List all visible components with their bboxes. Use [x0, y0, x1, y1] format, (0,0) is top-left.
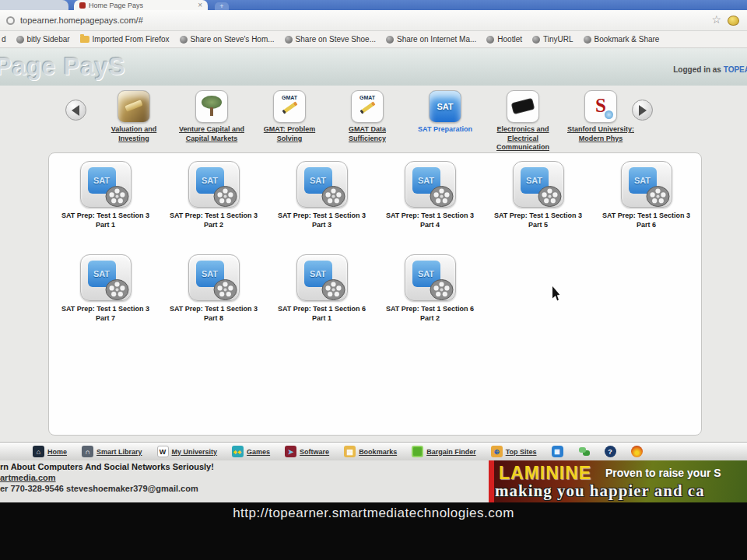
bookmark-item-share-steve-shoe[interactable]: Share on Steve Shoe... — [285, 35, 376, 44]
video-item[interactable]: SAT SAT Prep: Test 1 Section 3 Part 5 — [484, 161, 592, 229]
help-icon[interactable]: ? — [605, 446, 616, 457]
toolbar-item-home[interactable]: ⌂Home — [33, 446, 67, 457]
video-item[interactable]: SAT SAT Prep: Test 1 Section 6 Part 2 — [376, 254, 484, 323]
bookmark-item-fragment[interactable]: d — [2, 35, 6, 44]
film-reel-icon — [212, 185, 238, 208]
video-title: SAT Prep: Test 1 Section 3 — [61, 305, 149, 313]
video-title: SAT Prep: Test 1 Section 6 — [278, 305, 366, 313]
toolbar-item-top-sites[interactable]: ⊕Top Sites — [491, 446, 537, 457]
chip-icon — [507, 90, 539, 123]
category-item-venture-capital[interactable]: Venture Capital and Capital Markets — [173, 90, 251, 152]
category-item-electronics[interactable]: Electronics and Electrical Communication — [484, 90, 562, 152]
username[interactable]: TOPEA — [724, 65, 747, 74]
category-item-gmat-problem-solving[interactable]: GMAT GMAT: Problem Solving — [251, 90, 328, 152]
category-item-valuation[interactable]: Valuation and Investing — [95, 90, 173, 152]
site-icon[interactable] — [6, 16, 15, 25]
bookmark-item-hootlet[interactable]: Hootlet — [486, 35, 522, 44]
toolbar-item-bargain-finder[interactable]: Bargain Finder — [412, 446, 476, 457]
category-item-gmat-data-sufficiency[interactable]: GMAT GMAT Data Sufficiency — [328, 90, 406, 152]
video-item[interactable]: SAT SAT Prep: Test 1 Section 3 Part 3 — [268, 161, 376, 229]
tv-icon[interactable]: ▦ — [552, 446, 563, 457]
video-item[interactable]: SAT SAT Prep: Test 1 Section 3 Part 1 — [51, 161, 160, 229]
content-panel: SAT SAT Prep: Test 1 Section 3 Part 1 SA — [48, 152, 702, 436]
bookmark-star-icon[interactable]: ☆ — [711, 14, 721, 25]
gold-bar-shape — [124, 100, 142, 112]
inactive-tab[interactable] — [0, 0, 68, 10]
globe-icon — [285, 36, 293, 44]
footer-tagline: rn About Computers And Social Networks S… — [0, 462, 214, 471]
category-label[interactable]: GMAT: Problem Solving — [254, 125, 325, 143]
library-icon: ∩ — [82, 446, 93, 457]
film-reel-icon — [645, 185, 671, 208]
toolbar-item-my-university[interactable]: WMy University — [157, 446, 218, 457]
bargain-finder-icon — [412, 446, 423, 457]
video-part: Part 7 — [96, 314, 115, 322]
category-item-stanford[interactable]: S Stanford University: Modern Phys — [562, 90, 640, 152]
video-item[interactable]: SAT SAT Prep: Test 1 Section 3 Part 6 — [592, 161, 700, 229]
bookmark-item-bookmark-share[interactable]: Bookmark & Share — [584, 35, 660, 44]
sat-icon: SAT — [429, 90, 461, 123]
sat-video-label: SAT — [93, 269, 110, 278]
carousel-prev-button[interactable] — [65, 100, 86, 121]
film-reel-icon — [104, 185, 130, 208]
chip-shape — [512, 99, 534, 114]
bookmark-label: Hootlet — [497, 35, 522, 44]
video-item[interactable]: SAT SAT Prep: Test 1 Section 3 Part 7 — [51, 254, 160, 323]
bookmark-label: bitly Sidebar — [27, 35, 70, 44]
new-tab-button[interactable]: + — [215, 2, 229, 10]
carousel-next-button[interactable] — [632, 100, 653, 121]
bookmark-item-share-steves-home[interactable]: Share on Steve's Hom... — [180, 35, 275, 44]
toolbar-item-smart-library[interactable]: ∩Smart Library — [82, 446, 142, 457]
bookmark-item-bitly-sidebar[interactable]: bitly Sidebar — [16, 35, 70, 44]
video-label: SAT Prep: Test 1 Section 3 Part 3 — [268, 211, 376, 229]
category-label[interactable]: GMAT Data Sufficiency — [331, 125, 403, 143]
toolbar-item-software[interactable]: ➤Software — [285, 446, 329, 457]
video-part: Part 2 — [420, 314, 440, 322]
bookmarks-bar: d bitly Sidebar Imported From Firefox Sh… — [0, 31, 747, 48]
toolbar-label: Software — [300, 448, 329, 456]
flame-icon[interactable] — [631, 446, 643, 457]
bookmark-item-tinyurl[interactable]: TinyURL — [532, 35, 573, 44]
film-reel-icon — [429, 185, 454, 208]
video-title: SAT Prep: Test 1 Section 3 — [602, 212, 690, 219]
category-item-sat-preparation[interactable]: SAT SAT Preparation — [406, 90, 484, 152]
sat-video-icon: SAT — [80, 161, 132, 208]
video-item[interactable]: SAT SAT Prep: Test 1 Section 6 Part 1 — [268, 254, 376, 323]
url-text[interactable]: topearner.homepagepays.com/# — [20, 16, 143, 25]
toolbar-item-bookmarks[interactable]: ▤Bookmarks — [344, 446, 397, 457]
carousel-items: Valuation and Investing Venture Capital … — [95, 90, 640, 152]
games-icon: ◆◆ — [232, 446, 244, 457]
bookmark-item-share-internet[interactable]: Share on Internet Ma... — [386, 35, 476, 44]
video-item[interactable]: SAT SAT Prep: Test 1 Section 3 Part 2 — [160, 161, 268, 229]
toolbar-item-games[interactable]: ◆◆Games — [232, 446, 270, 457]
footer-site-link[interactable]: artmedia.com — [0, 473, 56, 482]
category-label[interactable]: Venture Capital and Capital Markets — [176, 125, 247, 143]
sat-video-label: SAT — [310, 176, 326, 185]
university-icon: W — [157, 446, 169, 457]
toolbar-label: Home — [47, 448, 67, 456]
close-icon[interactable]: × — [198, 2, 202, 9]
laminine-ad-banner[interactable]: LAMININE Proven to raise your S making y… — [489, 460, 747, 502]
video-grid-row-2: SAT SAT Prep: Test 1 Section 3 Part 7 SA — [49, 254, 701, 323]
sat-video-label: SAT — [202, 269, 218, 278]
sat-video-label: SAT — [93, 176, 110, 185]
video-caption-url: http://topearner.smartmediatechnologies.… — [0, 506, 747, 521]
video-part: Part 5 — [528, 221, 548, 229]
category-label[interactable]: Electronics and Electrical Communication — [487, 125, 559, 152]
sat-video-label: SAT — [202, 176, 218, 185]
top-sites-icon: ⊕ — [491, 446, 503, 457]
folder-icon — [80, 36, 89, 43]
active-tab[interactable]: Home Page Pays × — [74, 0, 208, 10]
category-label-selected[interactable]: SAT Preparation — [409, 125, 481, 135]
bookmark-item-imported[interactable]: Imported From Firefox — [80, 35, 170, 44]
video-title: SAT Prep: Test 1 Section 3 — [278, 212, 366, 219]
bitly-icon[interactable] — [728, 16, 739, 26]
ad-brand: LAMININE — [499, 463, 591, 484]
video-item[interactable]: SAT SAT Prep: Test 1 Section 3 Part 4 — [376, 161, 484, 229]
video-part: Part 1 — [96, 221, 115, 229]
video-item[interactable]: SAT SAT Prep: Test 1 Section 3 Part 8 — [160, 254, 268, 323]
chat-bubbles-icon[interactable] — [578, 446, 590, 457]
sat-video-icon: SAT — [188, 254, 240, 301]
category-label[interactable]: Valuation and Investing — [98, 125, 170, 143]
category-label[interactable]: Stanford University: Modern Phys — [565, 125, 637, 143]
